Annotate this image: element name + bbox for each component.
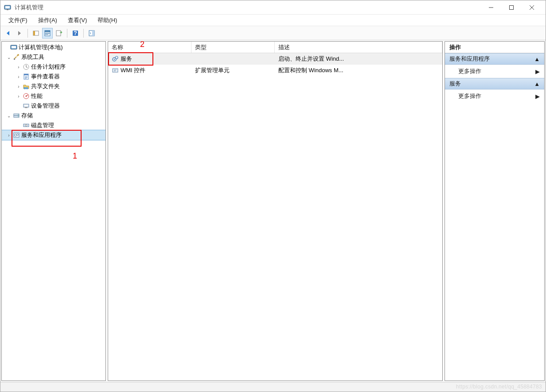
svg-rect-11 <box>56 31 61 36</box>
statusbar: https://blog.csdn.net/qq_45884783 <box>0 382 546 392</box>
clock-icon <box>22 63 30 70</box>
wmi-icon <box>112 67 119 74</box>
svg-rect-29 <box>25 107 27 108</box>
tree-device-manager[interactable]: › 设备管理器 <box>2 101 105 111</box>
shared-folder-icon <box>22 83 30 90</box>
svg-point-35 <box>25 124 27 126</box>
tree-root[interactable]: ▸ 计算机管理(本地) <box>2 43 105 52</box>
list-row-wmi[interactable]: WMI 控件 扩展管理单元 配置和控制 Windows M... <box>108 65 442 76</box>
svg-point-24 <box>26 87 28 89</box>
list-rows[interactable]: 服务 启动、终止并设置 Wind... WMI 控件 扩展管理单元 配置和控制 … <box>108 53 442 380</box>
tree-storage[interactable]: ⌄ 存储 <box>2 111 105 120</box>
chevron-right-icon[interactable]: › <box>15 84 22 89</box>
svg-rect-8 <box>33 31 35 35</box>
actions-group-services[interactable]: 服务 ▲ <box>445 78 544 89</box>
menu-action[interactable]: 操作(A) <box>33 15 62 26</box>
tree-task-scheduler[interactable]: › 任务计划程序 <box>2 62 105 72</box>
cell-name: 服务 <box>121 55 132 63</box>
titlebar: 计算机管理 <box>0 0 546 15</box>
svg-point-40 <box>114 59 115 60</box>
toolbar-sep <box>83 29 84 38</box>
annotation-label-1: 1 <box>73 151 77 161</box>
chevron-down-icon[interactable]: ⌄ <box>5 113 12 118</box>
help-button[interactable]: ? <box>70 28 81 39</box>
minimize-button[interactable] <box>481 0 501 15</box>
performance-icon <box>22 93 30 100</box>
tree-shared-folders[interactable]: › 共享文件夹 <box>2 82 105 91</box>
collapse-arrow-icon: ▲ <box>534 81 540 87</box>
svg-rect-10 <box>45 31 50 32</box>
action-pane-toggle-button[interactable] <box>86 28 97 39</box>
back-button[interactable] <box>3 28 13 39</box>
list-row-services[interactable]: 服务 启动、终止并设置 Wind... <box>108 53 442 65</box>
svg-point-18 <box>17 54 19 56</box>
gears-icon <box>112 55 119 62</box>
close-button[interactable] <box>522 0 542 15</box>
menu-file[interactable]: 文件(F) <box>3 15 33 26</box>
svg-point-41 <box>115 56 118 59</box>
svg-rect-22 <box>24 74 28 75</box>
watermark: https://blog.csdn.net/qq_45884783 <box>456 384 542 390</box>
svg-rect-17 <box>12 46 16 48</box>
svg-point-26 <box>26 96 27 97</box>
cell-name: WMI 控件 <box>121 66 145 74</box>
main-area: ▸ 计算机管理(本地) ⌄ 系统工具 › 任务计划程序 › 事件查看器 › 共享… <box>0 40 546 382</box>
event-log-icon <box>22 73 30 80</box>
tree-system-tools[interactable]: ⌄ 系统工具 <box>2 52 105 62</box>
list-header: 名称 类型 描述 <box>108 42 442 53</box>
cell-type <box>191 58 275 60</box>
tree-pane[interactable]: ▸ 计算机管理(本地) ⌄ 系统工具 › 任务计划程序 › 事件查看器 › 共享… <box>1 41 106 381</box>
actions-more-1[interactable]: 更多操作 ▶ <box>445 65 544 78</box>
chevron-down-icon[interactable]: ⌄ <box>5 55 12 60</box>
toolbar: ? <box>0 26 546 40</box>
cell-desc: 启动、终止并设置 Wind... <box>275 54 442 64</box>
svg-point-32 <box>18 114 19 115</box>
show-hide-tree-button[interactable] <box>31 28 41 39</box>
properties-button[interactable] <box>42 28 53 39</box>
collapse-arrow-icon: ▲ <box>534 56 540 62</box>
chevron-right-icon[interactable]: › <box>15 94 22 99</box>
svg-rect-15 <box>92 31 94 36</box>
svg-rect-2 <box>7 9 8 10</box>
submenu-arrow-icon: ▶ <box>535 68 540 75</box>
submenu-arrow-icon: ▶ <box>535 93 540 100</box>
svg-rect-19 <box>14 58 15 60</box>
app-icon <box>4 4 11 11</box>
col-name[interactable]: 名称 <box>108 42 191 53</box>
tree-event-viewer[interactable]: › 事件查看器 <box>2 72 105 82</box>
svg-rect-4 <box>510 5 514 9</box>
tree-services-apps[interactable]: › 服务和应用程序 <box>2 130 105 140</box>
export-list-button[interactable] <box>54 28 64 39</box>
menu-help[interactable]: 帮助(H) <box>92 15 122 26</box>
svg-point-33 <box>18 116 19 117</box>
maximize-button[interactable] <box>501 0 522 15</box>
svg-text:?: ? <box>74 30 77 36</box>
col-desc[interactable]: 描述 <box>275 42 442 53</box>
actions-pane: 操作 服务和应用程序 ▲ 更多操作 ▶ 服务 ▲ 更多操作 ▶ <box>445 41 545 381</box>
window-title: 计算机管理 <box>15 4 481 12</box>
actions-group-services-apps[interactable]: 服务和应用程序 ▲ <box>445 53 544 65</box>
chevron-right-icon[interactable]: › <box>15 65 22 70</box>
chevron-right-icon[interactable]: › <box>15 74 22 79</box>
cell-desc: 配置和控制 Windows M... <box>275 66 442 75</box>
actions-header: 操作 <box>445 42 544 53</box>
tree-performance[interactable]: › 性能 <box>2 91 105 101</box>
forward-button[interactable] <box>14 28 25 39</box>
tree-disk-management[interactable]: › 磁盘管理 <box>2 120 105 130</box>
list-pane: 名称 类型 描述 服务 启动、终止并设置 Wind... WMI 控件 扩展管理… <box>108 41 443 381</box>
tools-icon <box>12 54 20 61</box>
storage-icon <box>12 112 20 119</box>
col-type[interactable]: 类型 <box>191 42 275 53</box>
chevron-right-icon[interactable]: › <box>5 133 12 138</box>
services-icon <box>12 132 20 139</box>
device-icon <box>22 102 30 109</box>
svg-rect-1 <box>5 6 10 8</box>
toolbar-sep <box>67 29 67 38</box>
menu-view[interactable]: 查看(V) <box>62 15 92 26</box>
actions-more-2[interactable]: 更多操作 ▶ <box>445 89 544 103</box>
svg-rect-28 <box>24 105 28 106</box>
computer-icon <box>10 44 18 51</box>
cell-type: 扩展管理单元 <box>191 66 275 75</box>
svg-point-23 <box>24 87 26 89</box>
toolbar-sep <box>27 29 28 38</box>
